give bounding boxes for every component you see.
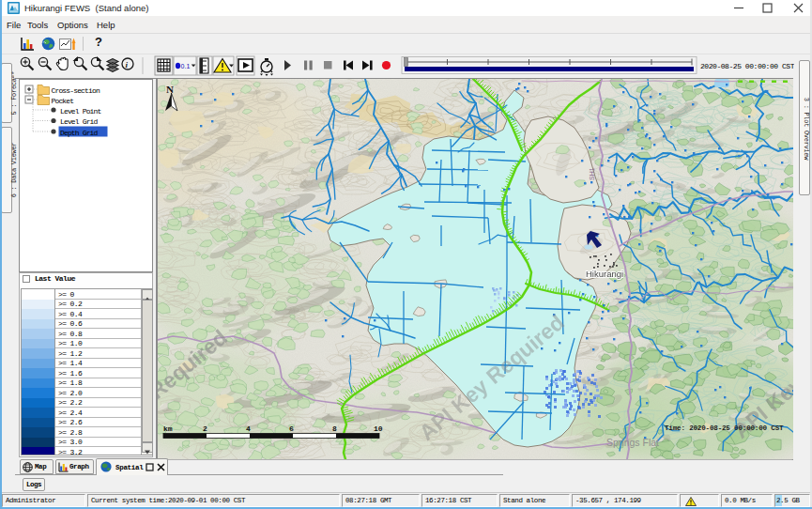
svg-text:Hikurangi: Hikurangi [586,269,623,279]
svg-text:2020-08-25 00:00:00 CST: 2020-08-25 00:00:00 CST [700,62,794,70]
svg-text:4: 4 [246,424,251,433]
svg-text:Level Point: Level Point [60,107,101,116]
svg-text:i: i [126,60,129,69]
svg-text:2: 2 [203,424,207,433]
svg-text:Time: 2020-08-25 00:00:00 CST: Time: 2020-08-25 00:00:00 CST [665,424,784,432]
svg-text:0.1: 0.1 [181,63,191,69]
svg-text:km: km [163,424,173,433]
svg-text:10: 10 [374,424,383,433]
svg-text:Cross-section: Cross-section [52,86,100,95]
svg-text:Pocket: Pocket [52,97,74,105]
svg-text:Depth Grid: Depth Grid [60,129,99,137]
svg-text:N: N [166,84,174,95]
svg-text:8: 8 [332,424,337,433]
svg-text:6: 6 [289,424,294,433]
svg-text:SH1: SH1 [589,167,595,180]
svg-text:Level Grid: Level Grid [60,117,99,126]
svg-text:Springs Flat: Springs Flat [606,437,659,448]
